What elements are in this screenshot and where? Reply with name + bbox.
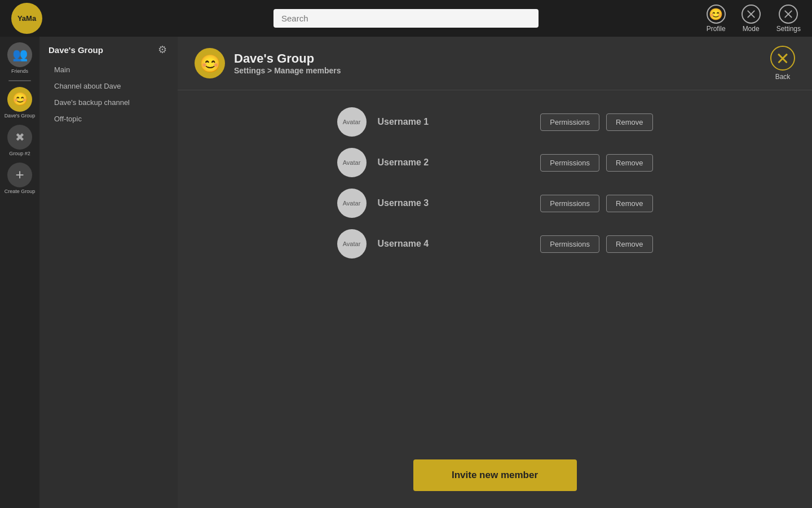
invite-new-member-button[interactable]: Invite new member: [413, 459, 577, 491]
members-scroll-container[interactable]: Avatar Username 1 Permissions Remove Ava…: [178, 90, 812, 448]
create-group-icon: +: [7, 163, 32, 187]
group-title-section: Dave's Group Settings > Manage members: [234, 51, 341, 75]
content-header: 😊 Dave's Group Settings > Manage members…: [178, 37, 812, 90]
members-area: Avatar Username 1 Permissions Remove Ava…: [178, 90, 812, 508]
channel-item-backup[interactable]: Dave's backup channel: [45, 94, 178, 111]
member-avatar: Avatar: [337, 148, 367, 177]
member-name: Username 1: [378, 117, 529, 127]
member-avatar: Avatar: [337, 229, 367, 259]
remove-button[interactable]: Remove: [606, 235, 652, 253]
settings-nav-item[interactable]: Settings: [776, 5, 801, 33]
permissions-button[interactable]: Permissions: [540, 195, 599, 212]
group-avatar-large: 😊: [195, 48, 225, 78]
topnav: YaMa 😊 Profile Mode Settings: [0, 0, 812, 37]
mode-nav-item[interactable]: Mode: [742, 5, 761, 33]
member-row: Avatar Username 2 Permissions Remove: [337, 148, 653, 177]
channel-item-about-dave[interactable]: Channel about Dave: [45, 78, 178, 94]
main-content: 😊 Dave's Group Settings > Manage members…: [178, 37, 812, 508]
search-input[interactable]: [273, 9, 539, 28]
search-bar[interactable]: [273, 9, 539, 28]
channel-sidebar: Dave's Group ⚙ Main Channel about Dave D…: [39, 37, 178, 508]
back-button[interactable]: Back: [770, 46, 795, 81]
remove-button[interactable]: Remove: [606, 113, 652, 131]
main-layout: 👥 Friends 😊 Dave's Group ✖ Group #2 + Cr…: [0, 37, 812, 508]
create-group-label: Create Group: [5, 189, 36, 195]
sidebar-divider: [8, 80, 31, 81]
back-icon: [770, 46, 795, 71]
member-actions: Permissions Remove: [540, 195, 652, 212]
settings-label: Settings: [776, 25, 801, 33]
member-row: Avatar Username 4 Permissions Remove: [337, 229, 653, 259]
member-actions: Permissions Remove: [540, 235, 652, 253]
groups-sidebar: 👥 Friends 😊 Dave's Group ✖ Group #2 + Cr…: [0, 37, 39, 508]
sidebar-item-group2[interactable]: ✖ Group #2: [7, 125, 32, 157]
channel-sidebar-title: Dave's Group: [48, 45, 103, 55]
remove-button[interactable]: Remove: [606, 154, 652, 172]
member-name: Username 2: [378, 157, 529, 168]
group-breadcrumb: Settings > Manage members: [234, 66, 341, 75]
topnav-right: 😊 Profile Mode Settings: [707, 5, 801, 33]
invite-section: Invite new member: [178, 448, 812, 508]
member-name: Username 4: [378, 239, 529, 249]
mode-icon: [742, 5, 761, 24]
member-avatar: Avatar: [337, 107, 367, 137]
channel-item-off-topic[interactable]: Off-topic: [45, 111, 178, 127]
profile-label: Profile: [707, 25, 726, 33]
permissions-button[interactable]: Permissions: [540, 235, 599, 253]
member-avatar: Avatar: [337, 189, 367, 218]
daves-group-icon: 😊: [7, 87, 32, 112]
sidebar-item-daves-group[interactable]: 😊 Dave's Group: [5, 87, 36, 119]
sidebar-item-create-group[interactable]: + Create Group: [5, 163, 36, 195]
channel-list: Main Channel about Dave Dave's backup ch…: [39, 62, 178, 127]
member-row: Avatar Username 3 Permissions Remove: [337, 189, 653, 218]
permissions-button[interactable]: Permissions: [540, 154, 599, 172]
sidebar-item-friends[interactable]: 👥 Friends: [7, 42, 32, 75]
friends-label: Friends: [11, 69, 28, 75]
group2-label: Group #2: [9, 151, 30, 157]
channel-sidebar-header: Dave's Group ⚙: [39, 43, 178, 62]
member-name: Username 3: [378, 198, 529, 208]
profile-icon: 😊: [707, 5, 726, 24]
group2-icon: ✖: [7, 125, 32, 150]
profile-nav-item[interactable]: 😊 Profile: [707, 5, 726, 33]
back-label: Back: [775, 73, 791, 81]
friends-icon: 👥: [7, 42, 32, 67]
channel-settings-gear[interactable]: ⚙: [156, 43, 169, 56]
group-title: Dave's Group: [234, 51, 341, 66]
remove-button[interactable]: Remove: [606, 195, 652, 212]
permissions-button[interactable]: Permissions: [540, 113, 599, 131]
channel-item-main[interactable]: Main: [45, 62, 178, 78]
members-list: Avatar Username 1 Permissions Remove Ava…: [337, 107, 653, 270]
daves-group-label: Dave's Group: [5, 113, 36, 119]
mode-label: Mode: [743, 25, 760, 33]
settings-icon: [779, 5, 798, 24]
app-logo[interactable]: YaMa: [11, 3, 42, 34]
member-row: Avatar Username 1 Permissions Remove: [337, 107, 653, 137]
member-actions: Permissions Remove: [540, 113, 652, 131]
member-actions: Permissions Remove: [540, 154, 652, 172]
